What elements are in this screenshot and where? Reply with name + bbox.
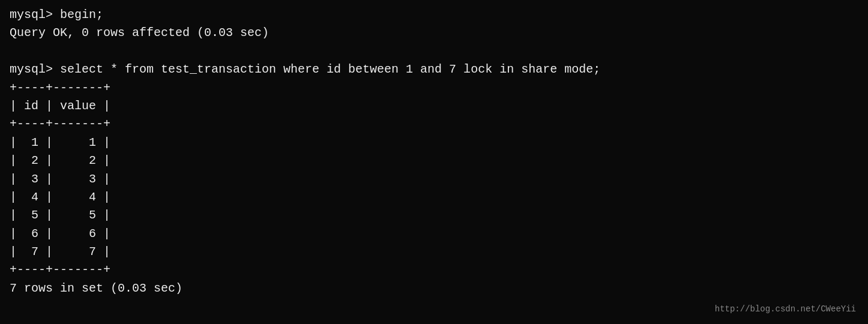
terminal-output: mysql> begin; Query OK, 0 rows affected … — [10, 6, 858, 298]
watermark: http://blog.csdn.net/CWeeYii — [715, 303, 856, 316]
